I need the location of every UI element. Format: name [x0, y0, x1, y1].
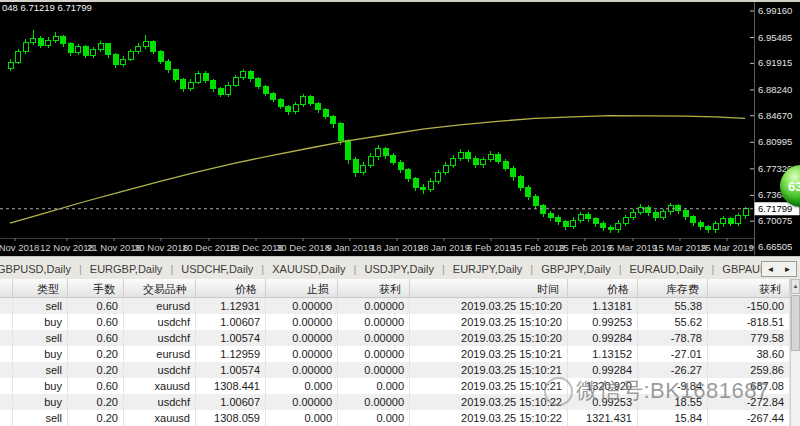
- column-header-time[interactable]: 时间: [410, 279, 568, 297]
- column-header-price[interactable]: 价格: [568, 279, 638, 297]
- cell-profit: -150.00: [708, 298, 790, 314]
- cell-price: 1321.431: [568, 410, 638, 426]
- chart-tab-xauusd[interactable]: XAUUSD,Daily: [265, 259, 352, 279]
- cell-price: 1.13152: [568, 346, 638, 362]
- chart-tab-eurjpy[interactable]: EURJPY,Daily: [446, 259, 530, 279]
- svg-text:15 Feb 2019: 15 Feb 2019: [511, 242, 564, 253]
- cell-time: 2019.03.25 15:10:21: [410, 346, 568, 362]
- trade-row[interactable]: buy0.60usdchf1.006070.000000.000002019.0…: [0, 314, 790, 330]
- cell-type: buy: [13, 346, 68, 362]
- svg-text:10 Dec 2018: 10 Dec 2018: [182, 242, 236, 253]
- cell-take-profit: 0.00000: [338, 330, 410, 346]
- cell-take-profit: 0.00000: [338, 314, 410, 330]
- table-header-row: 类型手数交易品种价格止损获利时间价格库存费获利: [0, 279, 790, 298]
- chart-tab-euraud[interactable]: EURAUD,Daily: [623, 259, 711, 279]
- svg-text:6.66505: 6.66505: [758, 241, 792, 252]
- cell-symbol: usdchf: [124, 362, 196, 378]
- svg-text:6.95485: 6.95485: [758, 32, 792, 43]
- chart-tab-eurgbp[interactable]: EURGBP,Daily: [83, 259, 170, 279]
- cell-lots: 0.20: [68, 410, 124, 426]
- trade-row[interactable]: sell0.20xauusd1308.0590.0000.0002019.03.…: [0, 410, 790, 426]
- cell-swap: -78.78: [638, 330, 708, 346]
- cell-blank: [0, 378, 13, 394]
- column-header-type[interactable]: 类型: [13, 279, 68, 297]
- column-header-profit[interactable]: 获利: [708, 279, 790, 297]
- column-header-open-price[interactable]: 价格: [196, 279, 266, 297]
- cell-lots: 0.20: [68, 362, 124, 378]
- chart-ohlc-title: 048 6.71219 6.71799: [2, 2, 92, 13]
- svg-text:15 Mar 2019: 15 Mar 2019: [653, 242, 706, 253]
- trades-table-body: sell0.60eurusd1.129310.000000.000002019.…: [0, 298, 790, 426]
- svg-text:6.91915: 6.91915: [758, 57, 792, 68]
- cell-take-profit: 0.00000: [338, 394, 410, 410]
- cell-blank: [0, 346, 13, 362]
- watermark-logo-icon: [544, 377, 573, 406]
- svg-text:30 Nov 2018: 30 Nov 2018: [134, 242, 188, 253]
- column-header-lots[interactable]: 手数: [68, 279, 124, 297]
- cell-profit: -818.51: [708, 314, 790, 330]
- cell-type: sell: [13, 410, 68, 426]
- cell-take-profit: 0.000: [338, 410, 410, 426]
- cell-time: 2019.03.25 15:10:20: [410, 298, 568, 314]
- scroll-up-button[interactable]: ▲: [791, 279, 800, 294]
- svg-text:28 Jan 2019: 28 Jan 2019: [418, 242, 470, 253]
- scrollbar-thumb[interactable]: [791, 295, 800, 351]
- cell-type: sell: [13, 362, 68, 378]
- watermark: 微信号:BK1681687: [544, 376, 770, 406]
- column-header-swap[interactable]: 库存费: [638, 279, 708, 297]
- cell-type: buy: [13, 394, 68, 410]
- chart-tab-usdchf[interactable]: USDCHF,Daily: [174, 259, 260, 279]
- cell-profit: 779.58: [708, 330, 790, 346]
- cell-symbol: xauusd: [124, 378, 196, 394]
- trade-row[interactable]: sell0.60eurusd1.129310.000000.000002019.…: [0, 298, 790, 314]
- trade-row[interactable]: sell0.60usdchf1.005740.000000.000002019.…: [0, 330, 790, 346]
- trade-row[interactable]: buy0.20eurusd1.129590.000000.000002019.0…: [0, 346, 790, 362]
- table-scrollbar[interactable]: ▲: [790, 279, 800, 426]
- cell-open-price: 1308.441: [196, 378, 266, 394]
- cell-profit: -267.44: [708, 410, 790, 426]
- cell-stop-loss: 0.000: [266, 378, 338, 394]
- svg-text:19 Dec 2018: 19 Dec 2018: [229, 242, 283, 253]
- cell-symbol: eurusd: [124, 298, 196, 314]
- tab-scroll-box: ◄ ►: [761, 261, 797, 277]
- cell-price: 0.99253: [568, 314, 638, 330]
- cell-swap: 55.38: [638, 298, 708, 314]
- cell-take-profit: 0.000: [338, 378, 410, 394]
- cell-swap: 55.62: [638, 314, 708, 330]
- column-header-symbol[interactable]: 交易品种: [124, 279, 196, 297]
- cell-stop-loss: 0.00000: [266, 298, 338, 314]
- cell-blank: [0, 330, 13, 346]
- cell-type: buy: [13, 378, 68, 394]
- cell-blank: [0, 410, 13, 426]
- cell-open-price: 1308.059: [196, 410, 266, 426]
- cell-stop-loss: 0.000: [266, 410, 338, 426]
- cell-symbol: xauusd: [124, 410, 196, 426]
- cell-type: sell: [13, 330, 68, 346]
- window-edge: [0, 0, 800, 2]
- column-header-stop-loss[interactable]: 止损: [266, 279, 338, 297]
- svg-text:30 Dec 2018: 30 Dec 2018: [276, 242, 330, 253]
- svg-text:21 Nov 2018: 21 Nov 2018: [87, 242, 141, 253]
- chart-tab-gbpjpy[interactable]: GBPJPY,Daily: [534, 259, 618, 279]
- cell-lots: 0.20: [68, 346, 124, 362]
- chart-tab-usdjpy[interactable]: USDJPY,Daily: [357, 259, 441, 279]
- chart-background: [0, 0, 800, 256]
- tab-scroll-left-icon[interactable]: ◄: [767, 265, 775, 274]
- column-header-blank[interactable]: [0, 279, 13, 297]
- cell-price: 0.99284: [568, 330, 638, 346]
- cell-open-price: 1.00574: [196, 362, 266, 378]
- cell-symbol: usdchf: [124, 330, 196, 346]
- cell-type: sell: [13, 298, 68, 314]
- svg-text:6.80995: 6.80995: [758, 136, 792, 147]
- tab-scroll-right-icon[interactable]: ►: [784, 265, 792, 274]
- cell-swap: 15.84: [638, 410, 708, 426]
- cell-lots: 0.60: [68, 314, 124, 330]
- column-header-take-profit[interactable]: 获利: [338, 279, 410, 297]
- price-chart[interactable]: 6.991606.954856.919156.882406.846706.809…: [0, 0, 800, 256]
- terminal-window: 6.991606.954856.919156.882406.846706.809…: [0, 0, 800, 426]
- chart-tab-gbpusd[interactable]: GBPUSD,Daily: [0, 259, 78, 279]
- cell-swap: -27.01: [638, 346, 708, 362]
- svg-text:6.70075: 6.70075: [758, 215, 792, 226]
- cell-stop-loss: 0.00000: [266, 314, 338, 330]
- svg-text:6.71799: 6.71799: [758, 203, 792, 214]
